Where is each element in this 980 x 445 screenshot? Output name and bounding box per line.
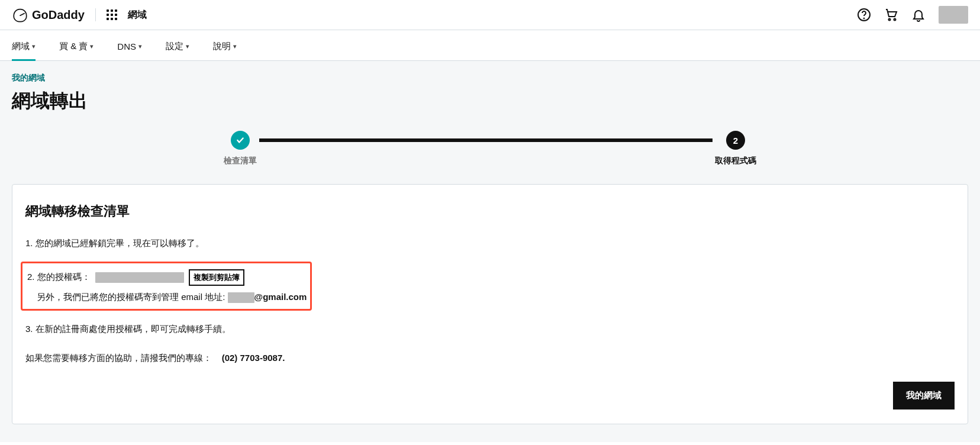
nav-item-settings[interactable]: 設定 ▾	[166, 41, 189, 60]
chevron-down-icon: ▾	[32, 43, 36, 50]
card-title: 網域轉移檢查清單	[25, 202, 955, 220]
email-domain-suffix: @gmail.com	[254, 292, 307, 302]
checklist-card: 網域轉移檢查清單 1. 您的網域已經解鎖完畢，現在可以轉移了。 2. 您的授權碼…	[12, 184, 968, 424]
auth-code-label: 2. 您的授權碼：	[27, 272, 91, 283]
svg-point-2	[889, 19, 891, 21]
godaddy-logo-icon	[12, 7, 28, 23]
step-1-label: 檢查清單	[224, 156, 257, 166]
chevron-down-icon: ▾	[186, 43, 189, 50]
main-content: 我的網域 網域轉出 檢查清單 2 取得程式碼 網域轉移檢查清單 1. 您的網域已…	[0, 61, 980, 442]
copy-to-clipboard-button[interactable]: 複製到剪貼簿	[189, 269, 244, 286]
auth-code-highlight: 2. 您的授權碼： 複製到剪貼簿 另外，我們已將您的授權碼寄到管理 email …	[21, 262, 312, 311]
nav-label: 買 & 賣	[59, 41, 88, 52]
card-footer: 我的網域	[25, 382, 955, 409]
nav-item-domain[interactable]: 網域 ▾	[12, 41, 36, 60]
svg-point-1	[864, 18, 865, 19]
nav-item-help[interactable]: 說明 ▾	[213, 41, 237, 60]
user-avatar[interactable]	[939, 6, 968, 24]
support-phone: (02) 7703-9087.	[222, 353, 285, 363]
nav-label: 設定	[166, 41, 183, 52]
apps-grid-icon[interactable]	[107, 9, 117, 20]
top-header: GoDaddy 網域	[0, 0, 980, 30]
step-2: 2 取得程式碼	[715, 131, 756, 166]
nav-item-buy-sell[interactable]: 買 & 賣 ▾	[59, 41, 94, 60]
chevron-down-icon: ▾	[138, 43, 142, 50]
svg-point-3	[894, 19, 896, 21]
nav-item-dns[interactable]: DNS ▾	[117, 41, 142, 60]
progress-stepper: 檢查清單 2 取得程式碼	[224, 131, 756, 166]
check-icon	[236, 136, 244, 144]
nav-label: 網域	[12, 41, 30, 52]
chevron-down-icon: ▾	[90, 43, 94, 50]
step-connector	[259, 138, 713, 142]
support-prefix: 如果您需要轉移方面的協助，請撥我們的專線：	[25, 353, 212, 363]
email-user-redacted	[228, 292, 254, 303]
help-icon[interactable]	[857, 8, 871, 22]
header-right	[857, 6, 968, 24]
checklist-item-3: 3. 在新的註冊商處使用授權碼，即可完成轉移手續。	[25, 321, 955, 337]
brand-name: GoDaddy	[32, 8, 85, 22]
auth-code-value-redacted	[95, 272, 184, 283]
nav-label: DNS	[117, 41, 136, 51]
divider	[95, 8, 96, 21]
my-domains-button[interactable]: 我的網域	[893, 382, 955, 409]
email-line-prefix: 另外，我們已將您的授權碼寄到管理 email 地址:	[37, 292, 225, 302]
step-1-circle	[231, 131, 250, 150]
page-title: 網域轉出	[12, 88, 968, 114]
step-2-circle: 2	[726, 131, 745, 150]
brand-logo[interactable]: GoDaddy	[12, 7, 85, 23]
secondary-nav: 網域 ▾ 買 & 賣 ▾ DNS ▾ 設定 ▾ 說明 ▾	[0, 30, 980, 61]
checklist-item-1: 1. 您的網域已經解鎖完畢，現在可以轉移了。	[25, 236, 955, 251]
nav-label: 說明	[213, 41, 231, 52]
email-info-row: 另外，我們已將您的授權碼寄到管理 email 地址: @gmail.com	[37, 292, 307, 303]
cart-icon[interactable]	[884, 8, 898, 22]
support-line: 如果您需要轉移方面的協助，請撥我們的專線： (02) 7703-9087.	[25, 353, 955, 364]
header-left: GoDaddy 網域	[12, 7, 147, 23]
step-2-label: 取得程式碼	[715, 156, 756, 166]
chevron-down-icon: ▾	[233, 43, 237, 50]
auth-code-row: 2. 您的授權碼： 複製到剪貼簿	[27, 269, 307, 286]
notifications-icon[interactable]	[911, 8, 926, 22]
breadcrumb[interactable]: 我的網域	[12, 73, 968, 83]
header-section-label: 網域	[128, 9, 147, 21]
step-1: 檢查清單	[224, 131, 257, 166]
